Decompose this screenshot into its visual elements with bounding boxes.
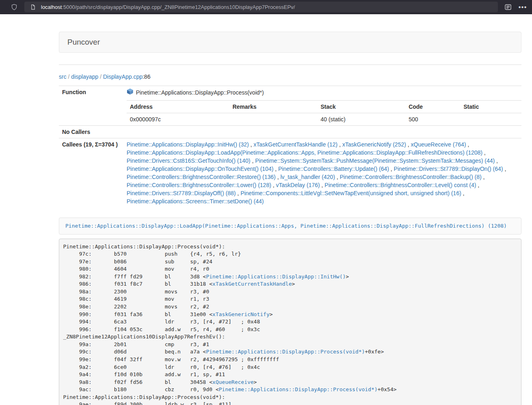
callee-link[interactable]: Pinetime::Applications::Screens::Timer::… bbox=[127, 198, 264, 205]
browser-toolbar: localhost:5000/path/src/displayapp/Displ… bbox=[0, 0, 532, 14]
breadcrumb-link-displayapp[interactable]: displayapp bbox=[71, 73, 98, 80]
code-symbol-link[interactable]: xTaskGenericNotify bbox=[212, 311, 269, 317]
function-stats-table: Address Remarks Stack Code Static 0x0000… bbox=[127, 100, 521, 125]
url-path: :5000/path/src/displayapp/DisplayApp.cpp… bbox=[62, 4, 295, 10]
brand-link[interactable]: Puncover bbox=[67, 38, 100, 47]
callee-link[interactable]: vTaskDelay (176) bbox=[276, 182, 320, 188]
url-host: localhost bbox=[41, 4, 62, 10]
reader-view-icon[interactable] bbox=[504, 2, 513, 11]
breadcrumb-separator: / bbox=[67, 73, 71, 80]
overflow-menu-icon[interactable]: ••• bbox=[518, 2, 527, 11]
divider bbox=[59, 65, 521, 65]
callee-link[interactable]: Pinetime::Components::LittleVgl::SetNewT… bbox=[241, 190, 461, 196]
function-row: Function Pinetime::Applications::Display… bbox=[59, 86, 521, 126]
stats-remarks-value bbox=[229, 113, 317, 126]
callee-link[interactable]: xTaskGenericNotify (252) bbox=[342, 141, 406, 148]
stats-static-value bbox=[460, 113, 521, 126]
callee-link[interactable]: Pinetime::Applications::DisplayApp::OnTo… bbox=[127, 166, 274, 172]
no-callers-value bbox=[123, 126, 521, 138]
breadcrumb-separator: / bbox=[98, 73, 103, 80]
callee-link[interactable]: Pinetime::Controllers::BrightnessControl… bbox=[325, 182, 476, 188]
function-label: Function bbox=[59, 86, 123, 126]
callee-link[interactable]: Pinetime::Drivers::St7789::DisplayOn() (… bbox=[394, 166, 503, 172]
code-symbol-link[interactable]: Pinetime::Applications::DisplayApp::Init… bbox=[206, 274, 346, 280]
callee-link[interactable]: lv_task_handler (420) bbox=[280, 174, 335, 180]
callee-link[interactable]: xTaskGetCurrentTaskHandle (12) bbox=[254, 141, 338, 148]
code-symbol-link[interactable]: Pinetime::Applications::DisplayApp::Proc… bbox=[219, 386, 377, 392]
code-symbol-link[interactable]: xTaskGetCurrentTaskHandle bbox=[212, 281, 292, 287]
callee-link[interactable]: Pinetime::Applications::DisplayApp::Init… bbox=[127, 141, 249, 148]
callee-link[interactable]: Pinetime::Applications::DisplayApp::Load… bbox=[127, 149, 482, 156]
no-callers-label: No Callers bbox=[59, 126, 123, 138]
stats-header-static: Static bbox=[460, 101, 521, 113]
stats-header-row: Address Remarks Stack Code Static bbox=[127, 101, 521, 113]
code-symbol-link[interactable]: Pinetime::Applications::DisplayApp::Proc… bbox=[206, 349, 365, 355]
no-callers-row: No Callers bbox=[59, 126, 521, 138]
callee-link[interactable]: xQueueReceive (764) bbox=[411, 141, 466, 148]
stats-header-address: Address bbox=[127, 101, 229, 113]
stats-stack-value: 40 (static) bbox=[317, 113, 405, 126]
function-icon bbox=[127, 88, 134, 97]
stats-header-stack: Stack bbox=[317, 101, 405, 113]
highlighted-callee-link[interactable]: Pinetime::Applications::DisplayApp::Load… bbox=[65, 223, 507, 229]
breadcrumb-line-number: :86 bbox=[142, 73, 150, 80]
disassembly-code: Pinetime::Applications::DisplayApp::Proc… bbox=[59, 239, 521, 405]
function-name: Pinetime::Applications::DisplayApp::Proc… bbox=[136, 88, 264, 97]
stats-address-value: 0x0000097c bbox=[127, 113, 229, 126]
callee-link[interactable]: Pinetime::Controllers::BrightnessControl… bbox=[127, 182, 271, 188]
function-detail-table: Function Pinetime::Applications::Display… bbox=[59, 86, 521, 207]
callee-link[interactable]: Pinetime::Controllers::BrightnessControl… bbox=[340, 174, 481, 180]
callee-link[interactable]: Pinetime::System::SystemTask::PushMessag… bbox=[255, 157, 495, 164]
callee-link[interactable]: Pinetime::Drivers::St7789::DisplayOff() … bbox=[127, 190, 236, 196]
url-text: localhost:5000/path/src/displayapp/Displ… bbox=[41, 4, 295, 10]
page-info-icon[interactable] bbox=[28, 2, 37, 11]
breadcrumb-link-file[interactable]: DisplayApp.cpp bbox=[103, 73, 142, 80]
url-bar[interactable]: localhost:5000/path/src/displayapp/Displ… bbox=[24, 2, 498, 12]
page-content: Puncover src / displayapp / DisplayApp.c… bbox=[59, 32, 521, 405]
callee-link[interactable]: Pinetime::Controllers::Battery::Update()… bbox=[278, 166, 389, 172]
code-symbol-link[interactable]: xQueueReceive bbox=[212, 379, 254, 385]
callee-link[interactable]: Pinetime::Drivers::Cst816S::GetTouchInfo… bbox=[127, 157, 250, 164]
breadcrumb-link-src[interactable]: src bbox=[59, 73, 67, 80]
breadcrumb: src / displayapp / DisplayApp.cpp:86 bbox=[59, 73, 521, 80]
highlighted-callee-box: Pinetime::Applications::DisplayApp::Load… bbox=[59, 218, 521, 235]
callees-label: Callees (19, Σ=3704 ) bbox=[59, 138, 123, 208]
navbar: Puncover bbox=[59, 32, 521, 53]
callees-list: Pinetime::Applications::DisplayApp::Init… bbox=[123, 138, 521, 208]
callee-link[interactable]: Pinetime::Controllers::BrightnessControl… bbox=[127, 174, 276, 180]
stats-value-row: 0x0000097c 40 (static) 500 bbox=[127, 113, 521, 126]
stats-code-value: 500 bbox=[405, 113, 460, 126]
stats-header-remarks: Remarks bbox=[229, 101, 317, 113]
callees-row: Callees (19, Σ=3704 ) Pinetime::Applicat… bbox=[59, 138, 521, 208]
shield-icon[interactable] bbox=[10, 2, 19, 11]
stats-header-code: Code bbox=[405, 101, 460, 113]
